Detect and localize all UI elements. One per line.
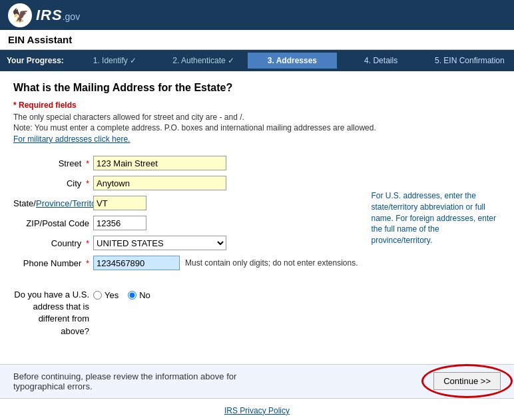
progress-bar: Your Progress: 1. Identify ✓ 2. Authenti…: [0, 50, 514, 71]
continue-wrapper: Continue >>: [433, 372, 501, 390]
irs-logo: 🦅 IRS.gov: [8, 3, 80, 27]
step-addresses[interactable]: 3. Addresses: [248, 53, 336, 69]
country-select[interactable]: UNITED STATES CANADA MEXICO OTHER: [93, 236, 226, 250]
privacy-policy-link[interactable]: IRS Privacy Policy: [224, 406, 290, 415]
country-label: Country *: [13, 238, 93, 248]
radio-yes[interactable]: [93, 291, 102, 300]
info-line2: Note: You must enter a complete address.…: [13, 123, 501, 132]
page-heading: What is the Mailing Address for the Esta…: [13, 82, 501, 94]
city-required: *: [86, 178, 89, 188]
phone-input[interactable]: [93, 256, 180, 270]
irs-gov: .gov: [63, 11, 80, 22]
zip-input[interactable]: [93, 216, 146, 230]
radio-no-label: No: [139, 290, 150, 300]
phone-required: *: [86, 258, 89, 268]
eagle-icon: 🦅: [8, 3, 32, 27]
irs-wordmark: IRS.gov: [36, 7, 80, 24]
city-input[interactable]: [93, 176, 226, 190]
radio-yes-label: Yes: [105, 290, 119, 300]
ein-assistant-title: EIN Assistant: [0, 30, 514, 50]
state-side-note: For U.S. addresses, enter the state/terr…: [371, 189, 501, 276]
street-input[interactable]: [93, 156, 226, 170]
irs-text: IRS: [36, 7, 63, 23]
street-required: *: [86, 158, 89, 168]
radio-options: Yes No: [93, 290, 150, 300]
city-label: City *: [13, 178, 93, 188]
step-details[interactable]: 4. Details: [337, 53, 425, 69]
step-ein-confirmation[interactable]: 5. EIN Confirmation: [425, 53, 514, 69]
street-row: Street *: [13, 156, 358, 170]
continue-section: Before continuing, please review the inf…: [0, 364, 514, 398]
country-required: *: [86, 238, 89, 248]
required-note: * Required fields: [13, 101, 501, 110]
info-line1: The only special characters allowed for …: [13, 112, 501, 122]
phone-row: Phone Number * Must contain only digits;…: [13, 256, 358, 270]
footer: IRS Privacy Policy: [0, 398, 514, 420]
state-row: State/Province/Territory: [13, 196, 358, 210]
country-row: Country * UNITED STATES CANADA MEXICO OT…: [13, 236, 358, 250]
continue-note: Before continuing, please review the inf…: [13, 371, 280, 391]
phone-note: Must contain only digits; do not enter e…: [185, 258, 358, 268]
phone-label: Phone Number *: [13, 258, 93, 268]
progress-steps: 1. Identify ✓ 2. Authenticate ✓ 3. Addre…: [71, 53, 514, 69]
radio-yes-option[interactable]: Yes: [93, 290, 119, 300]
continue-button[interactable]: Continue >>: [433, 372, 501, 390]
city-row: City *: [13, 176, 358, 190]
state-input[interactable]: [93, 196, 146, 210]
step-authenticate[interactable]: 2. Authenticate ✓: [159, 53, 248, 69]
main-content: What is the Mailing Address for the Esta…: [0, 71, 514, 348]
radio-no[interactable]: [128, 291, 136, 300]
header: 🦅 IRS.gov: [0, 0, 514, 30]
zip-row: ZIP/Postal Code: [13, 216, 358, 230]
radio-question: Do you have a U.S. address that is diffe…: [13, 289, 93, 337]
zip-label: ZIP/Postal Code: [13, 218, 93, 228]
form-fields: Street * City * State/Province/Territory: [13, 156, 358, 276]
state-label: State/Province/Territory: [13, 198, 93, 208]
radio-no-option[interactable]: No: [128, 290, 150, 300]
military-link[interactable]: For military addresses click here.: [13, 134, 501, 144]
form-area: Street * City * State/Province/Territory: [13, 156, 501, 276]
progress-label: Your Progress:: [0, 56, 71, 65]
radio-section: Do you have a U.S. address that is diffe…: [13, 289, 501, 337]
step-identify[interactable]: 1. Identify ✓: [71, 53, 159, 69]
street-label: Street *: [13, 158, 93, 168]
